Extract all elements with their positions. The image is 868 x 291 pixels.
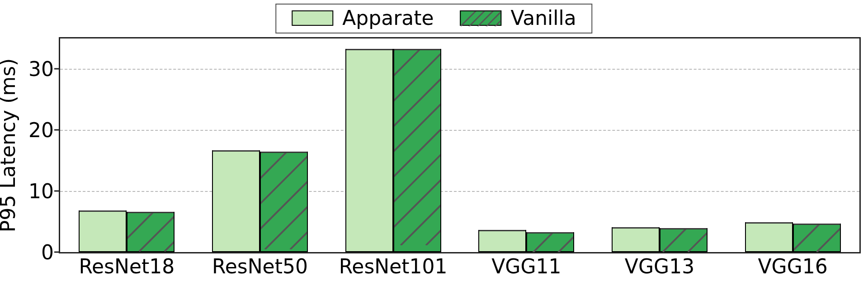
legend-item-vanilla: Vanilla [460,8,576,28]
svg-line-12 [261,153,307,249]
svg-line-13 [261,153,307,249]
hatch-icon [127,213,174,252]
svg-line-27 [394,50,440,245]
ytick-label: 0 [41,241,54,264]
gridline [60,191,859,192]
hatch-icon [794,224,840,252]
bar-apparate [79,210,127,252]
svg-line-25 [394,50,440,245]
legend-swatch-vanilla [460,10,502,26]
error-cap [527,232,573,234]
ytick-mark [54,252,60,253]
error-cap [213,150,259,152]
error-cap [613,227,659,229]
legend: Apparate Vanilla [275,4,592,33]
svg-line-11 [261,153,286,249]
error-cap [127,212,174,213]
bar-vanilla [793,224,841,252]
xtick-label: ResNet50 [212,255,308,278]
legend-swatch-apparate [292,10,333,26]
hatch-icon [660,229,707,252]
hatch-icon [527,233,573,253]
legend-label-apparate: Apparate [342,8,434,28]
svg-line-44 [688,229,707,252]
bar-apparate [612,227,660,252]
ytick-mark [54,191,60,192]
svg-line-26 [394,50,440,245]
legend-hatch-icon [461,11,501,26]
bar-apparate [212,150,260,252]
error-cap [261,152,307,153]
bar-vanilla [260,152,308,253]
svg-line-48 [816,224,840,252]
hatch-icon [394,50,440,245]
ytick-mark [54,68,60,70]
svg-line-7 [139,213,174,252]
ytick-label: 10 [28,180,54,203]
xtick-label: ResNet101 [339,255,448,278]
svg-line-40 [558,233,573,253]
legend-label-vanilla: Vanilla [511,8,576,28]
svg-line-24 [394,50,440,245]
xtick-label: VGG16 [758,255,828,278]
ytick-label: 30 [28,57,54,81]
y-axis-title: P95 Latency (ms) [0,58,19,233]
xtick-label: VGG13 [625,255,694,278]
plot-area: P95 Latency (ms) 0102030ResNet18ResNet50… [59,37,861,253]
error-cap [746,222,792,224]
legend-item-apparate: Apparate [292,8,434,28]
error-cap [794,224,840,225]
bar-apparate [478,230,526,252]
bar-vanilla [526,232,574,253]
svg-line-28 [401,50,440,245]
error-cap [660,228,707,229]
hatch-icon [261,153,307,249]
svg-line-43 [663,229,686,252]
svg-line-29 [426,50,440,245]
svg-line-15 [290,153,307,249]
bar-vanilla [660,228,708,252]
error-cap [80,210,126,212]
ytick-label: 20 [28,119,54,142]
error-cap [346,49,392,50]
error-cap [394,49,440,50]
bar-vanilla [127,212,175,252]
xtick-label: ResNet18 [79,255,175,278]
svg-line-39 [533,233,552,253]
svg-line-6 [127,213,153,252]
svg-line-1 [461,11,493,26]
ytick-mark [54,129,60,131]
svg-line-22 [394,50,440,245]
svg-line-23 [394,50,440,245]
chart-root: Apparate Vanilla P95 Latency (ms) [0,0,868,291]
bar-apparate [745,222,793,252]
bar-apparate [345,49,393,252]
svg-line-47 [794,224,819,252]
gridline [60,69,859,70]
gridline [60,130,859,131]
bar-vanilla [393,49,441,252]
xtick-label: VGG11 [491,255,561,278]
error-cap [479,230,525,231]
